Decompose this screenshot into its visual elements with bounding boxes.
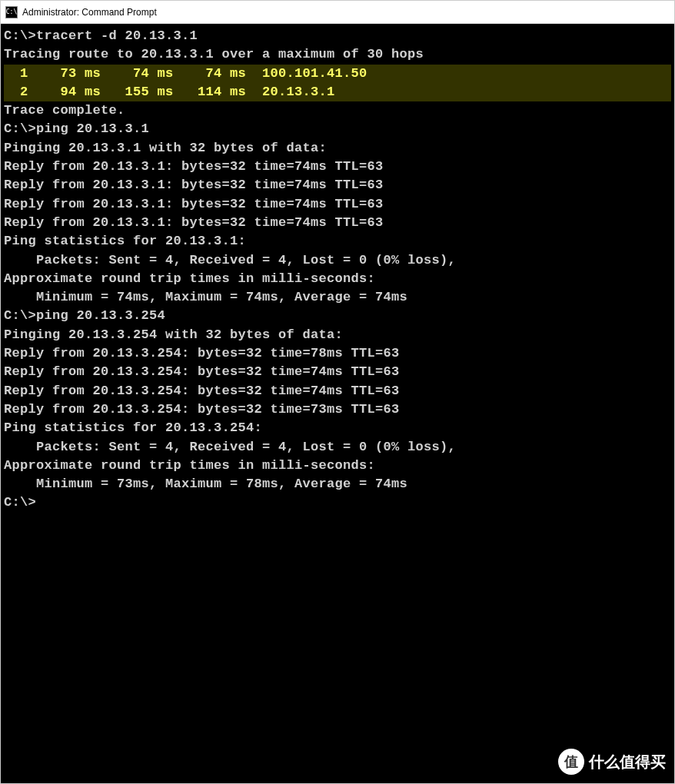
prompt-line: C:\> <box>4 493 671 512</box>
watermark-text: 什么值得买 <box>589 752 666 772</box>
output-line: Reply from 20.13.3.1: bytes=32 time=74ms… <box>4 214 671 232</box>
output-line: Minimum = 74ms, Maximum = 74ms, Average … <box>4 288 671 307</box>
output-line: Packets: Sent = 4, Received = 4, Lost = … <box>4 438 671 457</box>
watermark: 值 什么值得买 <box>558 749 666 775</box>
output-line: Reply from 20.13.3.254: bytes=32 time=73… <box>4 400 671 419</box>
cmd-icon: C:\ <box>5 6 18 18</box>
output-line: Approximate round trip times in milli-se… <box>4 270 671 288</box>
output-line: Reply from 20.13.3.254: bytes=32 time=78… <box>4 344 671 363</box>
output-line: Minimum = 73ms, Maximum = 78ms, Average … <box>4 475 671 493</box>
output-line: Reply from 20.13.3.1: bytes=32 time=74ms… <box>4 176 671 194</box>
titlebar[interactable]: C:\ Administrator: Command Prompt <box>1 1 674 24</box>
output-line: Packets: Sent = 4, Received = 4, Lost = … <box>4 251 671 270</box>
output-line: Ping statistics for 20.13.3.254: <box>4 419 671 437</box>
output-line: Approximate round trip times in milli-se… <box>4 457 671 475</box>
output-line: Reply from 20.13.3.1: bytes=32 time=74ms… <box>4 158 671 176</box>
prompt-line: C:\>ping 20.13.3.254 <box>4 307 671 325</box>
window-title: Administrator: Command Prompt <box>22 7 157 18</box>
output-line: Trace complete. <box>4 101 671 120</box>
output-line: Ping statistics for 20.13.3.1: <box>4 232 671 251</box>
prompt-line: C:\>ping 20.13.3.1 <box>4 120 671 138</box>
tracert-hop: 2 94 ms 155 ms 114 ms 20.13.3.1 <box>4 83 671 101</box>
output-line: Pinging 20.13.3.254 with 32 bytes of dat… <box>4 326 671 344</box>
watermark-badge-icon: 值 <box>558 749 584 775</box>
output-line: Reply from 20.13.3.254: bytes=32 time=74… <box>4 363 671 381</box>
command-prompt-window: C:\ Administrator: Command Prompt C:\>tr… <box>0 0 675 784</box>
prompt-line: C:\>tracert -d 20.13.3.1 <box>4 27 671 45</box>
output-line: Reply from 20.13.3.1: bytes=32 time=74ms… <box>4 195 671 214</box>
output-line: Pinging 20.13.3.1 with 32 bytes of data: <box>4 139 671 158</box>
tracert-hop: 1 73 ms 74 ms 74 ms 100.101.41.50 <box>4 65 671 83</box>
terminal-area[interactable]: C:\>tracert -d 20.13.3.1Tracing route to… <box>1 24 674 783</box>
output-line: Reply from 20.13.3.254: bytes=32 time=74… <box>4 382 671 400</box>
output-line: Tracing route to 20.13.3.1 over a maximu… <box>4 45 671 64</box>
